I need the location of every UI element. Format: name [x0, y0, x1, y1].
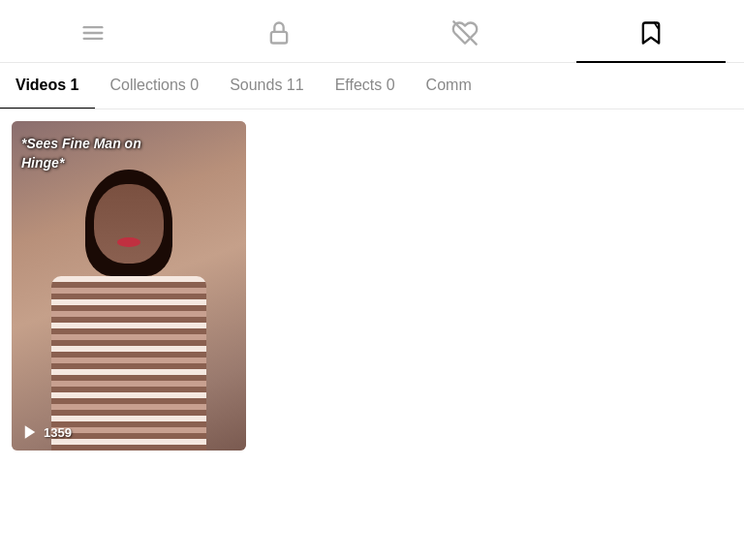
videos-grid: *Sees Fine Man on Hinge* 1359 [0, 109, 744, 462]
svg-rect-3 [271, 32, 287, 44]
tab-bar: Videos 1 Collections 0 Sounds 11 Effects… [0, 63, 744, 109]
video-overlay-text: *Sees Fine Man on Hinge* [21, 135, 141, 172]
menu-nav-item[interactable] [0, 12, 186, 54]
lock-nav-item[interactable] [186, 12, 372, 54]
tab-effects[interactable]: Effects 0 [320, 63, 411, 109]
play-icon [21, 423, 39, 441]
likes-nav-item[interactable] [372, 12, 558, 54]
video-footer: 1359 [21, 423, 72, 441]
svg-marker-6 [25, 425, 36, 439]
tab-sounds[interactable]: Sounds 11 [214, 63, 320, 109]
video-thumbnail[interactable]: *Sees Fine Man on Hinge* 1359 [12, 121, 246, 451]
heart-slash-icon [451, 19, 479, 47]
view-count: 1359 [44, 425, 72, 440]
bookmark-icon [637, 19, 665, 47]
tab-comm[interactable]: Comm [411, 63, 487, 109]
menu-icon [79, 19, 107, 47]
tab-videos[interactable]: Videos 1 [0, 63, 95, 109]
icon-nav-bar [0, 0, 744, 63]
tab-collections[interactable]: Collections 0 [95, 63, 215, 109]
saved-nav-item[interactable] [558, 12, 744, 54]
lock-icon [265, 19, 293, 47]
